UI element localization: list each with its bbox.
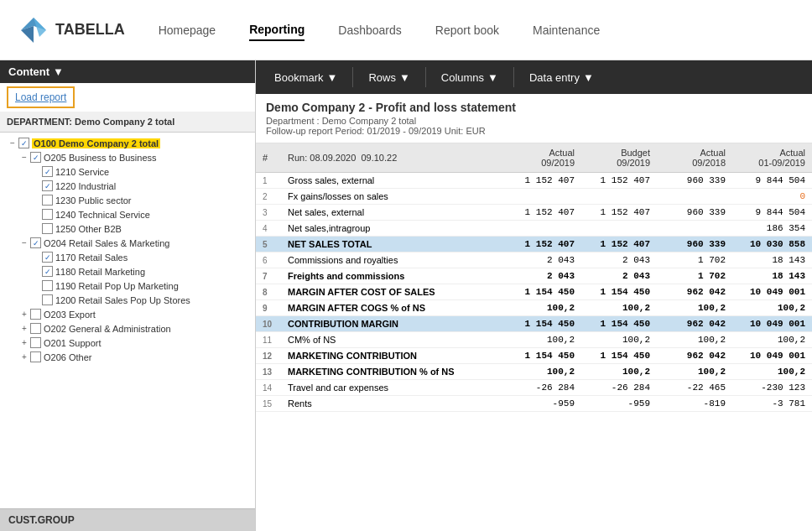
row-value: 2 043	[581, 268, 657, 284]
row-number: 5	[256, 237, 281, 252]
checkbox-1220[interactable]: ✓	[42, 180, 53, 191]
row-value: 1 154 450	[506, 316, 581, 332]
expander-o202[interactable]: +	[18, 324, 30, 333]
checkbox-1170[interactable]: ✓	[42, 252, 53, 263]
nav-reporting[interactable]: Reporting	[249, 19, 304, 41]
row-number: 14	[256, 380, 281, 396]
checkbox-1240[interactable]	[42, 209, 53, 220]
tree-item-1180[interactable]: ✓ 1180 Retail Marketing	[0, 264, 255, 279]
checkbox-o203[interactable]	[30, 309, 41, 320]
expander-o204[interactable]: −	[18, 238, 30, 247]
tree-label-1190: 1190 Retail Pop Up Marketing	[55, 281, 179, 291]
row-value: -230 123	[732, 380, 812, 396]
row-value: 100,2	[732, 364, 812, 380]
data-entry-button[interactable]: Data entry ▼	[519, 66, 604, 89]
row-number: 9	[256, 300, 281, 316]
tree-item-o203[interactable]: + O203 Export	[0, 307, 255, 321]
content-header[interactable]: Content ▼	[0, 60, 255, 83]
checkbox-1180[interactable]: ✓	[42, 266, 53, 277]
table-header-row: # Run: 08.09.2020 09.10.22 Actual09/2019…	[256, 143, 812, 173]
checkbox-o202[interactable]	[30, 323, 41, 334]
columns-chevron-icon: ▼	[487, 71, 498, 84]
col-run: Run: 08.09.2020 09.10.22	[281, 143, 506, 173]
tree-item-o205[interactable]: − ✓ O205 Business to Business	[0, 150, 255, 164]
table-row: 7Freights and commissions2 0432 0431 702…	[256, 268, 812, 284]
rows-chevron-icon: ▼	[399, 71, 410, 84]
row-label: MARKETING CONTRIBUTION % of NS	[281, 364, 506, 380]
tree-label-o206: O206 Other	[44, 352, 91, 362]
row-number: 12	[256, 348, 281, 364]
load-report-link[interactable]: Load report	[7, 86, 75, 108]
row-label: Commissions and royalties	[281, 252, 506, 268]
expander-o206[interactable]: +	[18, 352, 30, 362]
nav-homepage[interactable]: Homepage	[159, 20, 216, 40]
tree-item-1200[interactable]: 1200 Retail Sales Pop Up Stores	[0, 293, 255, 307]
report-dept: Department : Demo Company 2 total	[266, 116, 802, 126]
bookmark-button[interactable]: Bookmark ▼	[264, 66, 347, 89]
checkbox-1190[interactable]	[42, 280, 53, 291]
tree-item-o201[interactable]: + O201 Support	[0, 336, 255, 350]
table-row: 1Gross sales, external1 152 4071 152 407…	[256, 173, 812, 189]
app-logo: TABELLA	[17, 13, 125, 47]
expander-o205[interactable]: −	[18, 153, 30, 162]
nav-maintenance[interactable]: Maintenance	[533, 20, 600, 40]
tree-item-1240[interactable]: 1240 Technical Service	[0, 207, 255, 221]
col-actual-01-09-2019: Actual01-09/2019	[732, 143, 812, 173]
tree-label-1250: 1250 Other B2B	[55, 224, 122, 234]
row-value: 100,2	[732, 332, 812, 348]
row-number: 1	[256, 173, 281, 189]
checkbox-o204[interactable]: ✓	[30, 237, 41, 248]
row-label: Travel and car expenses	[281, 380, 506, 396]
table-row: 5NET SALES TOTAL1 152 4071 152 407960 33…	[256, 237, 812, 252]
table-row: 8MARGIN AFTER COST OF SALES1 154 4501 15…	[256, 284, 812, 300]
tree-label-o205: O205 Business to Business	[44, 153, 157, 163]
row-value: 9 844 504	[732, 205, 812, 221]
checkbox-1210[interactable]: ✓	[42, 166, 53, 177]
row-value: 2 043	[506, 252, 581, 268]
row-value: 10 049 001	[732, 284, 812, 300]
report-table: # Run: 08.09.2020 09.10.22 Actual09/2019…	[256, 143, 812, 412]
checkbox-o205[interactable]: ✓	[30, 152, 41, 163]
checkbox-o206[interactable]	[30, 351, 41, 362]
row-value: 1 152 407	[581, 173, 657, 189]
col-num: #	[256, 143, 281, 173]
row-value: 10 049 001	[732, 348, 812, 364]
row-number: 11	[256, 332, 281, 348]
tree-item-1210[interactable]: ✓ 1210 Service	[0, 164, 255, 179]
expander-o201[interactable]: +	[18, 338, 30, 347]
row-label: Net sales,intragroup	[281, 221, 506, 237]
logo-icon	[17, 13, 50, 47]
row-number: 8	[256, 284, 281, 300]
columns-button[interactable]: Columns ▼	[431, 66, 508, 89]
tree-item-1190[interactable]: 1190 Retail Pop Up Marketing	[0, 279, 255, 293]
checkbox-1250[interactable]	[42, 223, 53, 234]
checkbox-o201[interactable]	[30, 337, 41, 348]
nav-report-book[interactable]: Report book	[435, 20, 499, 40]
tree-item-o100[interactable]: − ✓ O100 Demo Company 2 total	[0, 136, 255, 150]
report-period: Follow-up report Period: 01/2019 - 09/20…	[266, 126, 802, 136]
rows-button[interactable]: Rows ▼	[358, 66, 419, 89]
tree-item-1250[interactable]: 1250 Other B2B	[0, 221, 255, 236]
tree-item-o202[interactable]: + O202 General & Administration	[0, 321, 255, 336]
row-value: 960 339	[657, 237, 732, 252]
checkbox-1230[interactable]	[42, 195, 53, 206]
tree-item-o206[interactable]: + O206 Other	[0, 350, 255, 364]
checkbox-o100[interactable]: ✓	[18, 138, 29, 148]
table-row: 4Net sales,intragroup186 354	[256, 221, 812, 237]
row-value: 1 152 407	[581, 205, 657, 221]
tree-item-1230[interactable]: 1230 Public sector	[0, 193, 255, 207]
expander-o203[interactable]: +	[18, 310, 30, 319]
checkbox-1200[interactable]	[42, 294, 53, 305]
tree-item-1170[interactable]: ✓ 1170 Retail Sales	[0, 250, 255, 264]
logo-text: TABELLA	[55, 21, 125, 39]
tree-area: − ✓ O100 Demo Company 2 total − ✓ O205 B…	[0, 133, 255, 508]
table-row: 14Travel and car expenses-26 284-26 284-…	[256, 380, 812, 396]
tree-item-1220[interactable]: ✓ 1220 Industrial	[0, 179, 255, 193]
tree-item-o204[interactable]: − ✓ O204 Retail Sales & Marketing	[0, 236, 255, 250]
row-label: CM% of NS	[281, 332, 506, 348]
row-value: 10 030 858	[732, 237, 812, 252]
row-value: 100,2	[732, 300, 812, 316]
row-value: 2 043	[581, 252, 657, 268]
expander-o100[interactable]: −	[7, 138, 18, 148]
nav-dashboards[interactable]: Dashboards	[338, 20, 402, 40]
